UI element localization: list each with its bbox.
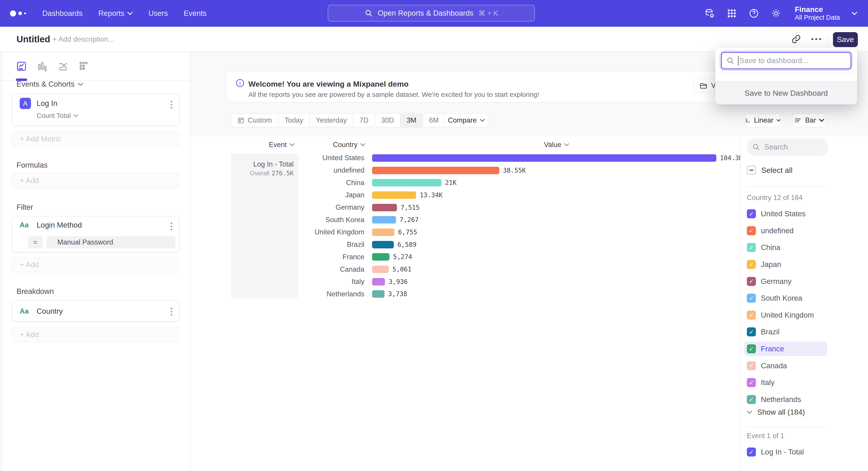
legend-item-undefined[interactable]: ✓undefined	[744, 224, 827, 238]
metric-name[interactable]: Log In	[37, 99, 57, 108]
metric-options-icon[interactable]	[169, 99, 174, 110]
checkbox-china[interactable]: ✓	[747, 243, 756, 252]
legend-item-united-states[interactable]: ✓United States	[744, 207, 827, 221]
bar-italy[interactable]	[372, 278, 385, 286]
event-checkbox[interactable]: ✓	[747, 447, 756, 457]
date-range-yesterday[interactable]: Yesterday	[310, 114, 353, 127]
date-range-6m[interactable]: 6M	[423, 114, 445, 127]
bar-south-korea[interactable]	[372, 216, 396, 224]
checkbox-united-states[interactable]: ✓	[747, 209, 756, 218]
dashboard-search-field[interactable]	[721, 52, 851, 69]
global-search-button[interactable]: Open Reports & Dashboards ⌘ + K	[328, 5, 535, 22]
settings-gear-icon[interactable]	[771, 8, 781, 19]
select-all-checkbox[interactable]	[747, 166, 756, 175]
bar-germany[interactable]	[372, 204, 397, 211]
filter-value[interactable]: Manual Password	[46, 236, 176, 248]
date-range-custom[interactable]: Custom	[231, 114, 278, 127]
filter-operator[interactable]: =	[28, 236, 43, 248]
copy-link-icon[interactable]	[791, 34, 801, 44]
bar-netherlands[interactable]	[372, 290, 384, 298]
bar-france[interactable]	[372, 253, 390, 261]
legend-item-germany[interactable]: ✓Germany	[744, 274, 827, 289]
add-breakdown-button[interactable]: + Add	[12, 327, 180, 342]
check-icon: ✓	[749, 396, 754, 403]
legend-item-china[interactable]: ✓China	[744, 240, 827, 255]
legend-item-japan[interactable]: ✓Japan	[744, 257, 827, 272]
bar-china[interactable]	[372, 179, 441, 186]
bar-undefined[interactable]	[372, 167, 499, 174]
legend-item-france[interactable]: ✓France	[744, 342, 827, 356]
apps-grid-icon[interactable]	[726, 8, 737, 19]
legend-item-brazil[interactable]: ✓Brazil	[744, 325, 827, 339]
checkbox-france[interactable]: ✓	[747, 344, 756, 353]
report-title[interactable]: Untitled	[17, 34, 50, 45]
metric-aggregation[interactable]: Count Total	[37, 112, 78, 119]
add-formula-button[interactable]: + Add	[12, 173, 180, 188]
legend-item-south-korea[interactable]: ✓South Korea	[744, 291, 827, 305]
breakdown-card[interactable]: Aa Country	[12, 300, 180, 321]
events-section-header[interactable]: Events & Cohorts	[17, 80, 83, 88]
breakdown-property-name[interactable]: Country	[37, 307, 63, 316]
column-header-event[interactable]: Event	[269, 141, 294, 149]
bar-canada[interactable]	[372, 266, 389, 273]
scale-selector-button[interactable]: Linear	[745, 113, 781, 127]
nav-item-users[interactable]: Users	[149, 9, 168, 18]
bar-brazil[interactable]	[372, 241, 394, 248]
nav-item-events[interactable]: Events	[184, 9, 207, 18]
legend-search-input[interactable]	[764, 143, 818, 151]
filter-property-name[interactable]: Login Method	[37, 221, 82, 229]
add-filter-button[interactable]: + Add	[12, 257, 180, 272]
checkbox-united-kingdom[interactable]: ✓	[747, 311, 756, 320]
legend-item-netherlands[interactable]: ✓Netherlands	[744, 392, 827, 407]
help-icon[interactable]	[749, 8, 759, 19]
date-range-3m[interactable]: 3M	[401, 114, 423, 127]
column-header-value[interactable]: Value	[544, 141, 569, 149]
divider	[827, 33, 828, 46]
filter-options-icon[interactable]	[169, 221, 174, 232]
more-options-icon[interactable]	[809, 36, 823, 42]
checkbox-japan[interactable]: ✓	[747, 260, 756, 269]
legend-item-united-kingdom[interactable]: ✓United Kingdom	[744, 308, 827, 322]
date-range-today[interactable]: Today	[278, 114, 310, 127]
bar-united-states[interactable]	[372, 154, 716, 162]
breakdown-options-icon[interactable]	[169, 306, 174, 317]
tab-retention[interactable]	[78, 61, 90, 72]
column-header-country[interactable]: Country	[333, 141, 365, 149]
nav-item-dashboards[interactable]: Dashboards	[42, 9, 83, 18]
checkbox-canada[interactable]: ✓	[747, 361, 756, 370]
tab-insights[interactable]	[16, 61, 27, 72]
metric-card[interactable]: A Log In Count Total	[12, 94, 180, 125]
checkbox-south-korea[interactable]: ✓	[747, 294, 756, 303]
checkbox-germany[interactable]: ✓	[747, 277, 756, 286]
save-to-new-dashboard-button[interactable]: Save to New Dashboard	[715, 81, 857, 105]
mixpanel-logo-icon[interactable]	[10, 10, 26, 17]
show-all-button[interactable]: Show all (184)	[747, 408, 805, 416]
save-button[interactable]: Save	[833, 32, 858, 47]
add-metric-button[interactable]: + Add Metric	[12, 131, 180, 147]
bar-united-kingdom[interactable]	[372, 229, 395, 236]
bar-japan[interactable]	[372, 192, 416, 199]
event-checkbox-row[interactable]: ✓ Log In - Total	[747, 447, 804, 457]
chart-type-button[interactable]: Bar	[793, 113, 826, 127]
checkbox-netherlands[interactable]: ✓	[747, 395, 756, 404]
report-description-placeholder[interactable]: + Add description...	[53, 35, 114, 43]
nav-item-reports[interactable]: Reports	[98, 9, 133, 18]
checkbox-italy[interactable]: ✓	[747, 378, 756, 387]
data-management-icon[interactable]	[704, 8, 715, 19]
date-range-30d[interactable]: 30D	[375, 114, 401, 127]
tab-flows[interactable]	[57, 61, 69, 72]
legend-item-label: United Kingdom	[761, 311, 814, 319]
tab-funnels[interactable]	[37, 61, 48, 72]
checkbox-undefined[interactable]: ✓	[747, 226, 756, 235]
legend-search[interactable]	[747, 138, 828, 156]
checkbox-brazil[interactable]: ✓	[747, 327, 756, 336]
project-switcher[interactable]: Finance All Project Data	[795, 5, 840, 21]
select-all-row[interactable]: Select all	[747, 166, 793, 175]
legend-item-canada[interactable]: ✓Canada	[744, 359, 827, 373]
legend-item-italy[interactable]: ✓Italy	[744, 375, 827, 390]
date-range-label: 3M	[407, 116, 416, 124]
filter-card[interactable]: Aa Login Method = Manual Password	[12, 216, 180, 252]
compare-button[interactable]: Compare	[444, 113, 489, 127]
dashboard-search-input[interactable]	[739, 56, 843, 65]
date-range-7d[interactable]: 7D	[353, 114, 375, 127]
